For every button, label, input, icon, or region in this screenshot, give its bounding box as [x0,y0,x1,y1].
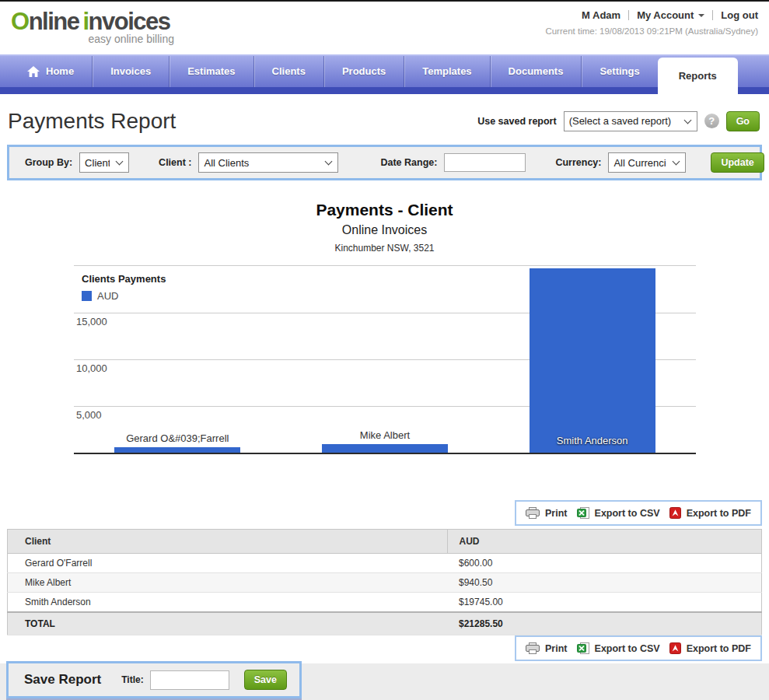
currency-label: Currency: [555,157,601,168]
date-range-label: Date Range: [380,157,437,168]
legend-label: AUD [97,290,118,302]
page: Onlineinvoices easy online billing M Ada… [0,0,769,700]
help-icon[interactable]: ? [704,114,719,128]
total-label: TOTAL [8,612,448,635]
current-time: Current time: 19/08/2013 09:21PM (Austra… [545,26,758,36]
date-range-input[interactable] [444,153,526,172]
table-header-row: Client AUD [8,530,762,554]
nav-clients[interactable]: Clients [253,56,323,87]
home-icon [27,66,40,77]
export-pdf-button[interactable]: Export to PDF [669,507,751,519]
col-header-client: Client [8,530,448,554]
cell-client: Smith Anderson [8,593,448,613]
chart-subtitle2: Kinchumber NSW, 3521 [0,243,769,254]
nav-invoices[interactable]: Invoices [92,56,169,87]
saved-report-select[interactable]: (Select a saved report) [564,111,697,131]
save-report-heading: Save Report [24,672,101,688]
cell-aud: $19745.00 [447,593,761,613]
cell-client: Gerard O'Farrell [8,554,448,573]
y-axis-tick-label: 15,000 [76,316,107,327]
logo-o: O [11,8,29,35]
pdf-file-icon [669,642,681,654]
chart-titles: Payments - Client Online Invoices Kinchu… [0,201,769,254]
chart-legend: Clients Payments AUD [82,273,166,302]
chart-subtitle: Online Invoices [0,223,769,237]
pdf-file-icon [669,507,681,519]
print-button[interactable]: Print [526,507,567,519]
printer-icon [526,642,540,654]
page-title: Payments Report [8,109,176,134]
chart-bar-1[interactable] [114,447,240,453]
nav-settings[interactable]: Settings [581,56,657,87]
cell-aud: $940.50 [447,573,761,593]
y-axis-tick-label: 5,000 [76,409,102,421]
my-account-link[interactable]: My Account [637,9,704,21]
header-account-area: M AdamMy AccountLog out Current time: 19… [545,9,758,36]
logo-i: i [82,8,88,35]
printer-icon [526,507,540,519]
logo[interactable]: Onlineinvoices easy online billing [11,9,174,45]
x-axis-category-label: Mike Albert [310,429,460,441]
nav-reports[interactable]: Reports [658,58,738,94]
logout-link[interactable]: Log out [721,9,758,21]
save-title-input[interactable] [150,670,229,690]
filter-bar: Group By: Client Client : All Clients Da… [7,145,762,180]
currency-select[interactable]: All Currencies [608,152,686,173]
nav-documents[interactable]: Documents [490,56,582,87]
divider [628,10,629,20]
table-row: Smith Anderson $19745.00 [8,593,762,613]
table-row: Mike Albert $940.50 [8,573,762,593]
go-button[interactable]: Go [726,111,760,131]
total-value: $21285.50 [447,612,761,635]
export-csv-button[interactable]: Export to CSV [577,507,660,519]
caret-down-icon [698,14,704,17]
cell-aud: $600.00 [447,554,761,573]
title-row: Payments Report Use saved report (Select… [0,94,769,145]
csv-file-icon [577,507,589,519]
app-header: Onlineinvoices easy online billing M Ada… [0,2,769,54]
saved-report-label: Use saved report [477,116,556,127]
col-header-aud: AUD [447,530,761,554]
legend-swatch [82,291,92,301]
nav-products[interactable]: Products [323,56,404,87]
client-select[interactable]: All Clients [198,152,338,173]
group-by-select[interactable]: Client [79,152,129,173]
save-report-bar: Save Report Title: Save [0,663,769,700]
chart-title: Payments - Client [0,201,769,219]
export-toolbar: Print Export to CSV Export to PDF [515,500,762,526]
x-axis-category-label: Smith Anderson [518,435,667,446]
nav-estimates[interactable]: Estimates [169,56,253,87]
nav-templates[interactable]: Templates [404,56,489,87]
legend-item: AUD [82,290,166,302]
table-row: Gerard O'Farrell $600.00 [8,554,762,573]
export-pdf-button[interactable]: Export to PDF [669,642,751,654]
cell-client: Mike Albert [8,573,448,593]
chart-bar-2[interactable] [322,444,448,453]
update-button[interactable]: Update [711,152,764,173]
user-name-link[interactable]: M Adam [582,9,620,21]
payments-table: Client AUD Gerard O'Farrell $600.00 Mike… [7,529,762,635]
save-button[interactable]: Save [244,670,287,690]
print-button[interactable]: Print [526,642,567,654]
nav-home[interactable]: Home [9,56,92,87]
chart-plot: Clients Payments AUD 5,00010,00015,000Ge… [74,265,696,454]
group-by-label: Group By: [25,157,72,168]
save-title-label: Title: [121,674,143,685]
chart-bar-3[interactable] [530,268,655,453]
table-total-row: TOTAL $21285.50 [8,612,762,635]
legend-title: Clients Payments [82,273,166,285]
main-nav: Home Invoices Estimates Clients Products… [0,54,769,94]
x-axis-category-label: Gerard O&#039;Farrell [103,432,252,444]
logo-text: Onlineinvoices [11,9,174,34]
y-axis-tick-label: 10,000 [76,362,107,374]
divider [712,10,713,20]
save-report-box: Save Report Title: Save [6,661,302,698]
csv-file-icon [577,642,589,654]
saved-report-controls: Use saved report (Select a saved report)… [477,111,760,131]
export-csv-button[interactable]: Export to CSV [577,642,660,654]
client-label: Client : [159,157,191,168]
export-toolbar: Print Export to CSV Export to PDF [515,635,762,661]
